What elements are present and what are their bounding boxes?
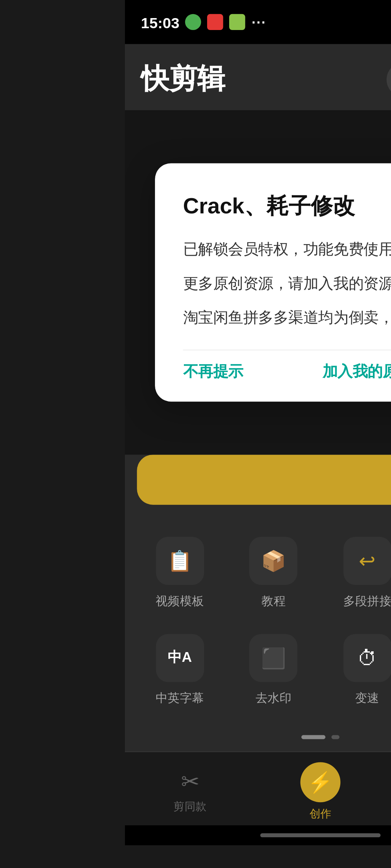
tutorial-label: 教程 — [261, 593, 285, 610]
status-time: 15:03 — [141, 13, 179, 30]
remove-watermark-icon: ⬛ — [249, 634, 298, 682]
nav-label-scissors: 剪同款 — [173, 799, 206, 814]
nav-item-scissors[interactable]: ✂ 剪同款 — [125, 769, 255, 814]
dialog-line2: 更多原创资源，请加入我的资源群 — [183, 271, 391, 295]
grid-item-speed[interactable]: ⏱ 变速 — [320, 622, 391, 719]
feature-card[interactable] — [137, 455, 391, 505]
home-bar — [260, 833, 381, 837]
dialog-actions: 不再提示 加入我的原创资源群 — [183, 349, 391, 382]
dialog-title: Crack、耗子修改 — [183, 191, 391, 221]
subtitle-label: 中英字幕 — [156, 690, 204, 707]
app-wrapper: 15:03 ··· HD ▲ 15 快剪辑 👑 开通VIP — [125, 0, 391, 845]
video-template-label: 视频模板 — [156, 593, 204, 610]
green-icon — [230, 14, 245, 30]
red-icon — [207, 14, 223, 30]
grid-item-subtitle[interactable]: 中A 中英字幕 — [133, 622, 227, 719]
content-area: Crack、耗子修改 已解锁会员特权，功能免费使用 更多原创资源，请加入我的资源… — [125, 110, 391, 455]
tutorial-icon: 📦 — [249, 537, 298, 585]
grid-item-video-template[interactable]: 📋 视频模板 — [133, 525, 227, 622]
dialog-line1: 已解锁会员特权，功能免费使用 — [183, 237, 391, 261]
more-dots-icon: ··· — [252, 14, 266, 30]
status-left: 15:03 ··· — [141, 13, 266, 30]
dismiss-button[interactable]: 不再提示 — [183, 362, 243, 382]
subtitle-icon: 中A — [156, 634, 204, 682]
grid-item-remove-watermark[interactable]: ⬛ 去水印 — [227, 622, 320, 719]
app-header: 快剪辑 👑 开通VIP — [125, 44, 391, 110]
remove-watermark-label: 去水印 — [256, 690, 292, 707]
nav-item-create[interactable]: ⚡ 创作 — [255, 762, 386, 821]
app-title: 快剪辑 — [141, 60, 225, 98]
pagination-dot-2 — [331, 735, 339, 739]
scissors-nav-icon: ✂ — [181, 769, 199, 795]
pagination-dot-1 — [301, 735, 325, 739]
dialog-backdrop: Crack、耗子修改 已解锁会员特权，功能免费使用 更多原创资源，请加入我的资源… — [125, 110, 391, 455]
bottom-area: 📋 视频模板 📦 教程 ↩ 多段拼接 ⊞ 分屏 — [125, 455, 391, 845]
video-template-icon: 📋 — [156, 537, 204, 585]
icon-grid: 📋 视频模板 📦 教程 ↩ 多段拼接 ⊞ 分屏 — [125, 509, 391, 727]
nav-label-create: 创作 — [310, 806, 332, 821]
multi-splice-icon: ↩ — [343, 537, 391, 585]
speed-label: 变速 — [355, 690, 379, 707]
dialog: Crack、耗子修改 已解锁会员特权，功能免费使用 更多原创资源，请加入我的资源… — [155, 163, 391, 401]
dialog-line3: 淘宝闲鱼拼多多渠道均为倒卖，请勿受骗 — [183, 306, 391, 329]
home-indicator — [125, 825, 391, 845]
speed-icon: ⏱ — [343, 634, 391, 682]
bottom-nav: ✂ 剪同款 ⚡ 创作 👤 我的 — [125, 751, 391, 825]
join-button[interactable]: 加入我的原创资源群 — [323, 362, 391, 382]
grid-item-multi-splice[interactable]: ↩ 多段拼接 — [320, 525, 391, 622]
multi-splice-label: 多段拼接 — [343, 593, 391, 610]
shield-icon — [185, 14, 201, 30]
nav-item-mine[interactable]: 👤 我的 — [386, 769, 391, 814]
pagination — [125, 727, 391, 751]
grid-item-tutorial[interactable]: 📦 教程 — [227, 525, 320, 622]
status-bar: 15:03 ··· HD ▲ 15 — [125, 0, 391, 44]
vip-button[interactable]: 👑 开通VIP — [387, 61, 391, 97]
create-nav-icon: ⚡ — [300, 762, 341, 802]
